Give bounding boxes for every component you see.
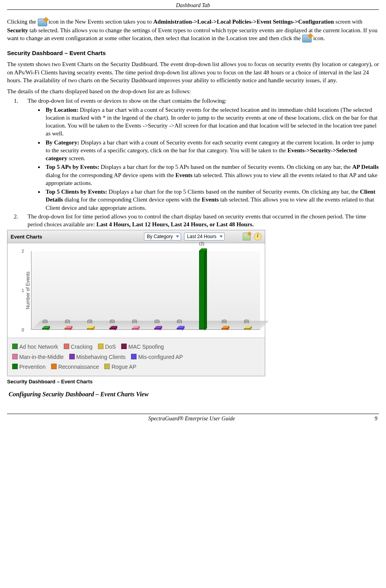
list-item-1: The drop-down list of events or devices … [20, 97, 379, 212]
bullet-top5-clients: Top 5 Clients by Events: Displays a bar … [44, 188, 379, 212]
legend-swatch [121, 344, 127, 349]
legend-item: DoS [98, 342, 116, 352]
y-tick: 1 [22, 288, 24, 293]
footer-page-number: 9 [375, 416, 377, 422]
chart-ylabel: Number of Events [25, 272, 31, 309]
chart-bar[interactable]: (0) [146, 251, 168, 329]
p1-tail: icon. [313, 35, 325, 41]
paragraph-2: The system shows two Event Charts on the… [7, 60, 379, 84]
p1-after-icon: icon in the New Events section takes you… [48, 18, 153, 25]
chart-bar[interactable]: (0) [235, 251, 258, 329]
bullet-text-pre: Displays a bar chart for the top 5 APs b… [101, 164, 352, 170]
legend-item: Misbehaving Clients [69, 352, 126, 362]
bar-value-label: (0) [65, 319, 70, 324]
figure-caption: Security Dashboard – Event Charts [7, 379, 379, 385]
chart-bar[interactable]: (0) [79, 251, 101, 329]
bar-value-label: (0) [42, 319, 48, 324]
bullet-by-category: By Category: Displays a bar chart with a… [44, 139, 379, 163]
page-header-title: Dashboard Tab [7, 0, 379, 9]
legend-label: Rogue AP [111, 364, 136, 370]
chart-bar[interactable]: (0) [213, 251, 235, 329]
paragraph-3: The details of the charts displayed base… [7, 87, 379, 95]
legend-label: Reconnaissance [58, 364, 99, 370]
bar-value-label: (0) [222, 319, 227, 324]
bullet-title: Top 5 Clients by Events: [46, 189, 107, 195]
locate-edit-icon [38, 18, 47, 26]
legend-item: Rogue AP [104, 362, 136, 372]
bar-value-label: (0) [177, 319, 182, 324]
legend-item: MAC Spoofing [121, 342, 164, 352]
p1-security-bold: Security [7, 27, 28, 33]
paragraph-1: Clicking the icon in the New Events sect… [7, 18, 379, 43]
subheading-config: Configuring Security Dashboard – Event C… [9, 391, 379, 398]
chart-bars: (0)(0)(0)(0)(0)(0)(0)(2)(0)(0) [31, 251, 260, 329]
y-tick: 0 [22, 327, 24, 332]
chart-bar[interactable]: (0) [34, 251, 56, 329]
legend-label: Ad hoc Network [19, 344, 58, 350]
info-icon[interactable] [254, 233, 262, 240]
p1-mid1: screen with [335, 18, 362, 25]
ordered-list: The drop-down list of events or devices … [20, 97, 379, 228]
bullet-top5-aps: Top 5 APs by Events: Displays a bar char… [44, 163, 379, 187]
bullet-text-post: screen. [69, 155, 85, 161]
legend-item: Cracking [64, 342, 92, 352]
footer-title: SpectraGuard® Enterprise User Guide [148, 416, 235, 422]
chart-type-dropdown[interactable]: By Category [144, 233, 181, 240]
y-tick: 2 [22, 249, 24, 253]
li1-text: The drop-down list of events or devices … [28, 98, 227, 104]
legend-item: Man-in-the-Middle [12, 352, 64, 362]
chart-legend: Ad hoc NetworkCrackingDoSMAC SpoofingMan… [7, 338, 265, 376]
legend-label: Misbehaving Clients [76, 354, 126, 360]
p1-lead: Clicking the [7, 18, 38, 25]
section-heading-event-charts: Security Dashboard – Event Charts [7, 50, 379, 56]
legend-swatch [12, 344, 18, 349]
bar-value-label: (0) [154, 319, 159, 324]
event-charts-panel: Event Charts By Category Last 24 Hours N… [7, 230, 265, 376]
bar-value-label: (0) [132, 319, 137, 324]
legend-swatch [12, 354, 18, 359]
legend-swatch [12, 364, 18, 369]
legend-label: Cracking [71, 344, 92, 350]
list-item-2: The drop-down list for time period allow… [20, 213, 379, 229]
legend-swatch [64, 344, 69, 349]
chart-axes: (0)(0)(0)(0)(0)(0)(0)(2)(0)(0) [31, 251, 260, 330]
locate-edit-icon [302, 35, 312, 43]
legend-label: Man-in-the-Middle [19, 354, 64, 360]
legend-label: Mis-configured AP [138, 354, 183, 360]
chart-panel-title: Event Charts [11, 234, 42, 240]
bullet-title: By Location: [46, 107, 78, 113]
legend-item: Reconnaissance [51, 362, 99, 372]
bullet-text-pre: Displays a bar chart for the top 5 Clien… [109, 189, 360, 195]
chart-bar[interactable]: (0) [168, 251, 190, 329]
bullet-list: By Location: Displays a bar chart with a… [44, 106, 379, 212]
legend-swatch [51, 364, 57, 369]
chart-plot-area: Number of Events 012 (0)(0)(0)(0)(0)(0)(… [7, 243, 265, 338]
legend-swatch [131, 354, 137, 359]
bullet-title: Top 5 APs by Events: [46, 164, 99, 170]
bullet-by-location: By Location: Displays a bar chart with a… [44, 106, 379, 138]
legend-label: MAC Spoofing [128, 344, 164, 350]
legend-label: Prevention [19, 364, 46, 370]
bar-value-label: (0) [109, 319, 115, 324]
chart-bar[interactable]: (0) [124, 251, 146, 329]
bullet-bold: AP Details [352, 164, 379, 170]
legend-swatch [98, 344, 103, 349]
bullet-title: By Category: [46, 139, 79, 146]
edit-icon[interactable] [243, 233, 251, 240]
bullet-bold2: Events [202, 196, 219, 203]
chart-bar[interactable]: (0) [56, 251, 79, 329]
bar-value-label: (0) [244, 319, 249, 324]
page-footer: SpectraGuard® Enterprise User Guide 9 [7, 414, 379, 427]
chart-bar[interactable]: (0) [101, 251, 124, 329]
bullet-text: Displays a bar chart with a count of Sec… [46, 107, 378, 137]
header-rule [7, 9, 379, 10]
p1-path-bold: Administration->Local->Local Policies->E… [153, 18, 334, 25]
chart-period-dropdown[interactable]: Last 24 Hours [184, 233, 225, 240]
bullet-mid: dialog for the corresponding AP device o… [46, 172, 175, 178]
legend-label: DoS [105, 344, 116, 350]
bullet-bold2: Events [175, 172, 192, 178]
chart-toolbar: Event Charts By Category Last 24 Hours [7, 230, 265, 243]
chart-bar[interactable]: (2) [190, 251, 213, 329]
legend-item: Prevention [12, 362, 46, 372]
bar-value-label: (2) [199, 241, 204, 246]
